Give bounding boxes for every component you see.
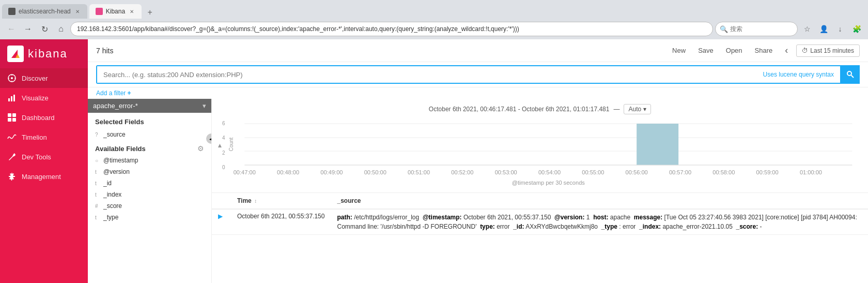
svg-text:01:00:00: 01:00:00 (799, 170, 822, 175)
main-content: 7 hits New Save Open Share ‹ ⏱ Last 15 m… (88, 39, 868, 283)
svg-rect-8 (13, 95, 15, 101)
sidebar-item-devtools[interactable]: Dev Tools (0, 147, 88, 167)
sidebar-item-visualize[interactable]: Visualize (0, 88, 88, 108)
sidebar-item-management[interactable]: Management (0, 167, 88, 186)
index-selector[interactable]: apache_error-* ▾ (88, 99, 211, 113)
available-fields-gear-icon[interactable]: ⚙ (197, 144, 204, 153)
hits-count: 7 hits (96, 47, 664, 55)
svg-text:00:56:00: 00:56:00 (625, 170, 647, 175)
field-item-id[interactable]: t _id (88, 177, 211, 189)
sidebar-item-dashboard[interactable]: Dashboard (0, 108, 88, 127)
index-dropdown-icon: ▾ (203, 102, 206, 110)
field-item-version[interactable]: t @version (88, 166, 211, 177)
field-name-source: _source (103, 131, 126, 138)
tab-bar: elasticsearch-head ✕ Kibana ✕ + (0, 0, 868, 19)
search-submit-button[interactable] (841, 65, 860, 84)
address-input[interactable] (70, 22, 713, 36)
extensions-icon[interactable]: 🧩 (849, 22, 864, 36)
table-row: ▶ October 6th 2021, 00:55:37.150 path: /… (212, 209, 868, 235)
sidebar-item-visualize-label: Visualize (22, 94, 49, 102)
sidebar: kibana Discover Visualize (0, 39, 88, 283)
content-area: apache_error-* ▾ ◀ Selected Fields ? _so… (88, 99, 868, 283)
new-tab-button[interactable]: + (144, 6, 156, 19)
svg-text:00:51:00: 00:51:00 (408, 170, 430, 175)
svg-text:00:54:00: 00:54:00 (538, 170, 561, 175)
col-expand (212, 193, 231, 209)
col-time-sort-icon[interactable]: ↕ (254, 198, 257, 204)
chart-svg: 00:47:00 00:48:00 00:49:00 00:50:00 00:5… (227, 118, 858, 191)
chart-date-range: October 6th 2021, 00:46:17.481 - October… (429, 106, 610, 113)
tab-favicon-1 (8, 8, 16, 15)
app-layout: kibana Discover Visualize (0, 39, 868, 283)
svg-text:00:53:00: 00:53:00 (494, 170, 517, 175)
chart-container: 6 4 2 0 (222, 118, 858, 192)
svg-text:00:57:00: 00:57:00 (669, 170, 691, 175)
add-filter-button[interactable]: Add a filter + (96, 90, 131, 97)
chart-y-axis: 6 4 2 0 (222, 118, 227, 181)
browser-search-box[interactable]: 🔍 (715, 22, 798, 36)
kibana-logo-icon (7, 46, 24, 62)
sidebar-item-discover[interactable]: Discover (0, 68, 88, 88)
wrench-icon (7, 152, 17, 161)
wave-icon (7, 132, 17, 142)
field-item-score[interactable]: # _score (88, 200, 211, 212)
source-field-version: @version: (554, 214, 584, 221)
reload-button[interactable]: ↻ (37, 22, 52, 36)
forward-button[interactable]: → (21, 22, 35, 36)
tab-label-1: elasticsearch-head (19, 8, 71, 15)
tab-close-1[interactable]: ✕ (74, 8, 81, 15)
data-table: Time ↕ _source ▶ (212, 193, 868, 235)
profile-icon[interactable]: 👤 (816, 22, 831, 36)
chart-collapse-button[interactable]: ▲ (217, 142, 223, 149)
col-source-label: _source (337, 197, 361, 204)
sidebar-item-dashboard-label: Dashboard (22, 114, 55, 122)
save-button[interactable]: Save (694, 44, 718, 56)
field-item-timestamp[interactable]: ○ @timestamp (88, 155, 211, 166)
new-button[interactable]: New (668, 44, 690, 56)
row-expand-cell: ▶ (212, 209, 231, 235)
browser-toolbar: ☆ 👤 ↓ 🧩 (800, 22, 864, 36)
source-field-score: _score: (736, 223, 758, 230)
chart-interval-label: Auto (628, 106, 641, 113)
field-item-type[interactable]: t _type (88, 212, 211, 223)
tab-kibana[interactable]: Kibana ✕ (89, 4, 142, 19)
gear-icon (7, 172, 17, 181)
svg-rect-29 (637, 124, 678, 165)
download-icon[interactable]: ↓ (833, 22, 847, 36)
y-tick-4: 4 (222, 135, 225, 141)
time-label: Last 15 minutes (810, 47, 854, 54)
col-time-header[interactable]: Time ↕ (231, 193, 331, 209)
tab-elasticsearch-head[interactable]: elasticsearch-head ✕ (2, 4, 87, 19)
field-type-id: t (95, 181, 100, 186)
share-button[interactable]: Share (751, 44, 777, 56)
compass-icon (7, 73, 17, 83)
time-filter[interactable]: ⏱ Last 15 minutes (796, 44, 860, 57)
sidebar-item-timelion[interactable]: Timelion (0, 127, 88, 147)
field-type-source: ? (95, 132, 100, 138)
home-button[interactable]: ⌂ (54, 22, 68, 36)
bookmark-icon[interactable]: ☆ (800, 22, 814, 36)
open-button[interactable]: Open (722, 44, 747, 56)
field-type-timestamp: ○ (95, 158, 100, 163)
sidebar-item-management-label: Management (22, 173, 61, 181)
table-header: Time ↕ _source (212, 193, 868, 209)
sidebar-item-discover-label: Discover (22, 75, 48, 82)
chart-header: October 6th 2021, 00:46:17.481 - October… (222, 104, 858, 114)
table-body: ▶ October 6th 2021, 00:55:37.150 path: /… (212, 209, 868, 235)
search-input[interactable] (97, 66, 757, 83)
chart-plot-area: 00:47:00 00:48:00 00:49:00 00:50:00 00:5… (227, 118, 858, 192)
chart-interval-selector[interactable]: Auto ▾ (624, 104, 651, 114)
tab-close-2[interactable]: ✕ (128, 8, 135, 15)
row-expand-button[interactable]: ▶ (218, 213, 223, 220)
col-time-label: Time (237, 197, 252, 204)
svg-rect-6 (8, 98, 10, 101)
chart-separator: — (613, 106, 619, 113)
sidebar-logo: kibana (0, 39, 88, 68)
back-button[interactable]: ← (4, 22, 19, 36)
nav-prev-icon[interactable]: ‹ (781, 43, 792, 58)
field-item-index[interactable]: t _index (88, 189, 211, 200)
search-syntax-hint: Uses lucene query syntax (757, 71, 840, 78)
browser-search-input[interactable] (730, 25, 771, 33)
field-item-source[interactable]: ? _source (88, 129, 211, 140)
kibana-logo-svg (10, 49, 21, 59)
